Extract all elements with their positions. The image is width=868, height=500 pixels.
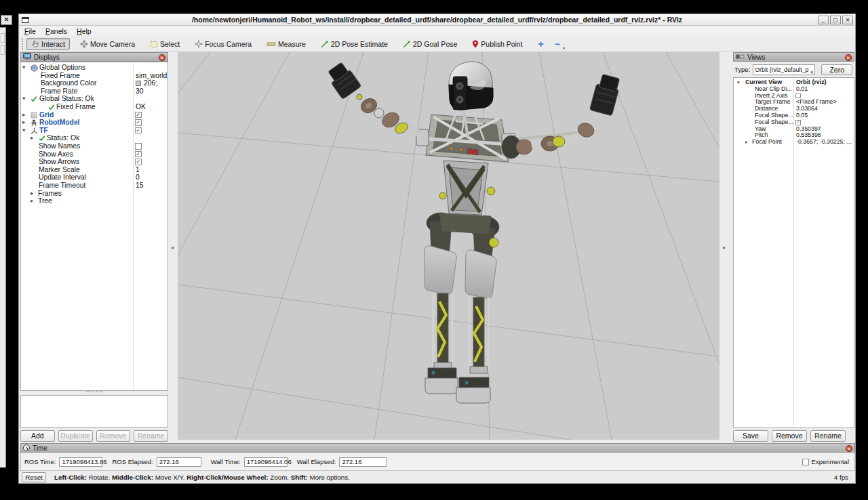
views-tree[interactable]: ▾Current ViewOrbit (rviz)Near Clip Di...…: [733, 77, 854, 428]
move-camera-tool-button[interactable]: Move Camera: [75, 38, 140, 50]
expander-open-icon[interactable]: ▾: [737, 79, 740, 86]
tree-row-robotmodel[interactable]: ▸RobotModel✓: [21, 119, 167, 127]
tree-row-show-axes[interactable]: Show Axes✓: [21, 150, 167, 159]
remove-tool-button[interactable]: −: [549, 39, 566, 49]
add-display-button[interactable]: Add: [20, 430, 55, 442]
tree-row-fixed-frame[interactable]: Fixed FrameOK: [21, 103, 167, 111]
minimize-button[interactable]: _: [818, 16, 829, 24]
remove-display-button[interactable]: Remove: [96, 430, 131, 442]
expander-closed-icon[interactable]: ▸: [745, 139, 748, 146]
tree-row-frames[interactable]: ▸Frames: [21, 190, 167, 198]
titlebar[interactable]: /home/newtonjeri/Humanoid_Robot_ws/insta…: [19, 14, 855, 26]
tree-row-global-options[interactable]: ▾Global Options: [21, 64, 167, 72]
tree-row-near-clip-di[interactable]: Near Clip Di...0.01: [734, 86, 854, 93]
tree-row-current-view[interactable]: ▾Current ViewOrbit (rviz): [734, 79, 854, 86]
displays-panel-close-icon[interactable]: ✕: [159, 54, 165, 61]
tree-row-frame-timeout[interactable]: Frame Timeout15: [21, 182, 167, 190]
close-button[interactable]: ✕: [842, 16, 853, 24]
save-view-button[interactable]: Save: [733, 430, 768, 442]
checkbox-unchecked[interactable]: [795, 93, 801, 99]
expander-closed-icon[interactable]: ▸: [22, 119, 25, 127]
duplicate-display-button[interactable]: Duplicate: [58, 430, 93, 442]
pose-estimate-tool-button[interactable]: 2D Pose Estimate: [316, 38, 393, 50]
tree-row-tree[interactable]: ▸Tree: [21, 197, 167, 205]
reset-button[interactable]: Reset: [22, 472, 46, 482]
property-value[interactable]: 0: [136, 173, 140, 182]
tree-row-grid[interactable]: ▸Grid✓: [21, 111, 167, 119]
displays-panel-header[interactable]: Displays ✕: [20, 52, 168, 62]
expander-open-icon[interactable]: ▾: [22, 127, 25, 135]
tree-row-background-color[interactable]: Background Color206;: [21, 79, 167, 87]
property-value[interactable]: 15: [136, 182, 143, 190]
right-splitter-collapse-icon[interactable]: ▸: [723, 245, 726, 251]
property-value[interactable]: 1: [136, 166, 140, 174]
menu-help[interactable]: Help: [77, 27, 92, 35]
expander-open-icon[interactable]: ▾: [22, 64, 25, 72]
maximize-button[interactable]: ▢: [830, 16, 841, 24]
tree-row-show-arrows[interactable]: Show Arrows✓: [21, 158, 167, 166]
experimental-checkbox[interactable]: [802, 459, 809, 465]
focus-camera-tool-button[interactable]: Focus Camera: [190, 38, 256, 50]
measure-tool-button[interactable]: Measure: [262, 38, 311, 50]
select-tool-button[interactable]: Select: [145, 38, 184, 50]
tree-row-marker-scale[interactable]: Marker Scale1: [21, 166, 167, 174]
views-panel-header[interactable]: Views ✕: [733, 52, 854, 62]
property-value[interactable]: 206;: [144, 79, 157, 87]
wall-time-field[interactable]: 1719098414.06: [244, 457, 288, 467]
goal-pose-tool-button[interactable]: 2D Goal Pose: [398, 38, 462, 50]
checkbox-checked[interactable]: ✓: [795, 120, 801, 125]
menu-file[interactable]: File: [24, 27, 36, 35]
checkbox-checked[interactable]: ✓: [135, 159, 142, 165]
checkbox-unchecked[interactable]: [135, 143, 142, 150]
zero-button[interactable]: Zero: [821, 64, 852, 75]
expander-closed-icon[interactable]: ▸: [31, 134, 33, 142]
wall-elapsed-field[interactable]: 272.16: [339, 457, 387, 467]
toolbar-handle[interactable]: [22, 39, 24, 49]
expander-closed-icon[interactable]: ▸: [31, 197, 33, 205]
tree-row-focal-point[interactable]: ▸Focal Point-0.3657; -0.30225; ...: [734, 139, 854, 146]
tree-row-focal-shape[interactable]: Focal Shape...✓: [734, 119, 854, 126]
property-value[interactable]: OK: [136, 103, 146, 111]
expander-closed-icon[interactable]: ▸: [22, 111, 25, 119]
property-value[interactable]: 0.05: [796, 112, 808, 119]
menu-panels[interactable]: Panels: [45, 27, 67, 35]
checkbox-checked[interactable]: ✓: [135, 119, 142, 126]
property-value[interactable]: -0.3657; -0.30225; ...: [796, 139, 852, 146]
views-panel-close-icon[interactable]: ✕: [845, 54, 852, 61]
tree-row-focal-shape[interactable]: Focal Shape...0.05: [734, 112, 854, 119]
tree-row-distance[interactable]: Distance3.03064: [734, 106, 854, 112]
time-panel-close-icon[interactable]: ✕: [846, 445, 852, 452]
stray-window-close-button[interactable]: ✕: [1, 15, 12, 25]
checkbox-checked[interactable]: ✓: [135, 127, 142, 134]
tree-row-update-interval[interactable]: Update Interval0: [21, 173, 167, 182]
tree-row-frame-rate[interactable]: Frame Rate30: [21, 87, 167, 96]
add-tool-button[interactable]: +: [533, 39, 549, 49]
ros-time-field[interactable]: 1719098413.86: [59, 457, 102, 467]
ros-elapsed-field[interactable]: 272.16: [157, 457, 201, 467]
remove-view-button[interactable]: Remove: [772, 430, 807, 442]
rename-display-button[interactable]: Rename: [134, 430, 168, 442]
tree-row-yaw[interactable]: Yaw0.350397: [734, 126, 854, 133]
expander-open-icon[interactable]: ▾: [22, 95, 25, 103]
3d-viewport[interactable]: [178, 52, 719, 440]
interact-tool-button[interactable]: Interact: [26, 38, 70, 50]
color-swatch[interactable]: [136, 81, 141, 86]
expander-closed-icon[interactable]: ▸: [31, 190, 33, 198]
rename-view-button[interactable]: Rename: [810, 430, 846, 442]
checkbox-checked[interactable]: ✓: [135, 112, 142, 119]
property-value[interactable]: sim_world: [136, 72, 167, 80]
tree-row-target-frame[interactable]: Target Frame<Fixed Frame>: [734, 99, 854, 106]
tree-row-fixed-frame[interactable]: Fixed Framesim_world: [21, 72, 167, 80]
left-splitter-collapse-icon[interactable]: ◂: [171, 245, 174, 251]
publish-point-tool-button[interactable]: Publish Point: [467, 38, 527, 50]
time-panel-header[interactable]: Time ✕: [20, 443, 855, 453]
tree-row-global-status-ok[interactable]: ▾Global Status: Ok: [21, 95, 167, 103]
tree-row-tf[interactable]: ▾TF✓: [21, 127, 167, 135]
property-value[interactable]: 30: [136, 87, 143, 96]
tree-row-status-ok[interactable]: ▸Status: Ok: [21, 134, 167, 142]
displays-tree[interactable]: ▾Global OptionsFixed Framesim_worldBackg…: [20, 62, 168, 391]
tree-row-show-names[interactable]: Show Names: [21, 142, 167, 150]
property-value[interactable]: 0.01: [796, 86, 808, 93]
checkbox-checked[interactable]: ✓: [135, 151, 142, 158]
displays-splitter[interactable]: [86, 391, 102, 394]
